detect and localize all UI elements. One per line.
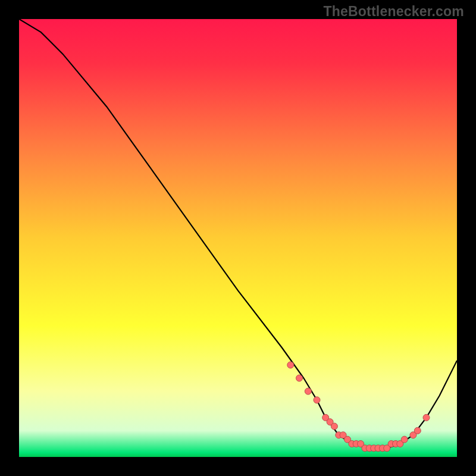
chart-frame: TheBottlenecker.com [0,0,476,476]
highlight-dot [414,427,421,434]
highlight-dot [423,414,430,421]
gradient-background [19,19,457,457]
highlight-dot [305,388,311,394]
highlight-dot [287,362,294,368]
bottleneck-chart [19,19,457,457]
watermark-text: TheBottlenecker.com [324,4,464,20]
highlight-dot [296,375,303,381]
plot-area [19,19,457,457]
highlight-dot [331,423,337,430]
highlight-dot [314,397,320,403]
highlight-dot [401,436,408,443]
